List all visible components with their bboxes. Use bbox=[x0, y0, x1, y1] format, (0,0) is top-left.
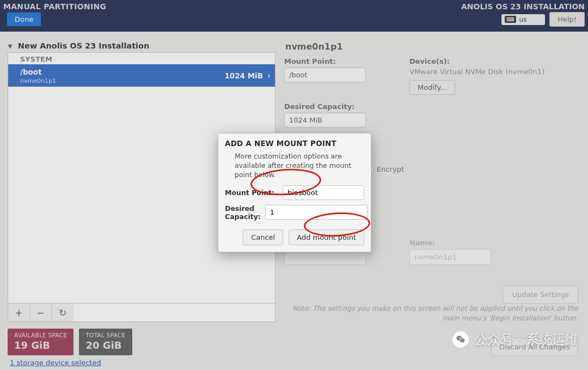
add-mount-point-dialog: ADD A NEW MOUNT POINT More customization… bbox=[218, 133, 371, 252]
dialog-add-button[interactable]: Add mount point bbox=[289, 229, 364, 245]
dialog-capacity-label: Desired Capacity: bbox=[225, 204, 261, 221]
dialog-capacity-input[interactable] bbox=[265, 205, 367, 220]
dialog-mount-label: Mount Point: bbox=[225, 189, 278, 197]
dialog-mount-input[interactable] bbox=[283, 186, 364, 199]
dialog-mount-combo[interactable]: ▾ bbox=[283, 185, 364, 200]
dialog-title: ADD A NEW MOUNT POINT bbox=[225, 139, 364, 148]
dialog-cancel-button[interactable]: Cancel bbox=[243, 229, 283, 245]
dialog-description: More customization options are available… bbox=[235, 152, 364, 180]
